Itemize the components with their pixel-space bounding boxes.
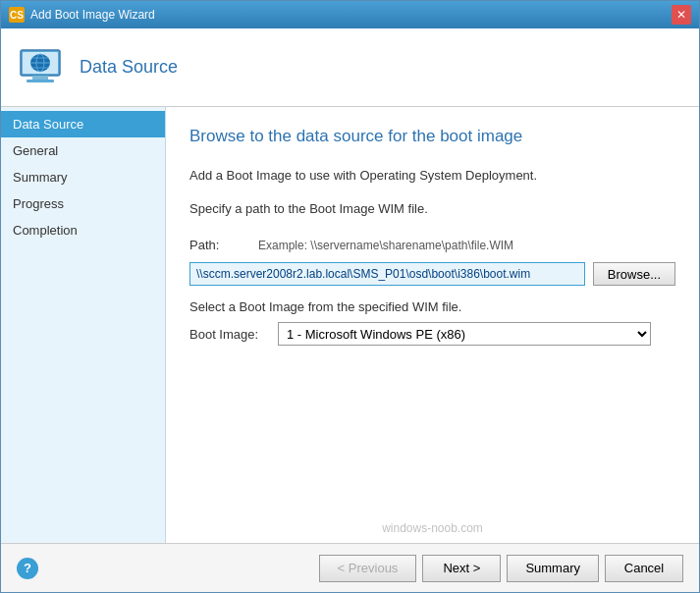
main-content: Browse to the data source for the boot i… [166,107,699,543]
sidebar-item-summary[interactable]: Summary [1,164,165,190]
wizard-window: CS Add Boot Image Wizard ✕ Data Source D… [0,0,700,593]
header-computer-icon [17,44,64,91]
sidebar: Data Source General Summary Progress Com… [1,107,166,543]
description-1: Add a Boot Image to use with Operating S… [189,166,675,186]
path-example: Example: \\servername\sharename\path\fil… [258,239,513,252]
boot-image-label: Boot Image: [189,327,268,342]
previous-button[interactable]: < Previous [319,555,417,582]
help-button[interactable]: ? [17,558,38,579]
content-area: Data Source General Summary Progress Com… [1,107,699,543]
boot-image-select[interactable]: 1 - Microsoft Windows PE (x86) [278,322,651,346]
path-label: Path: [189,238,248,252]
sidebar-item-completion[interactable]: Completion [1,217,165,243]
watermark: windows-noob.com [382,521,483,535]
summary-button[interactable]: Summary [507,555,599,582]
window-title: Add Boot Image Wizard [30,8,155,22]
close-button[interactable]: ✕ [672,5,691,25]
field-section: Path: Example: \\servername\sharename\pa… [189,238,675,346]
svg-rect-2 [32,76,48,80]
header-section: Data Source [1,28,699,107]
svg-rect-3 [27,80,54,82]
header-title: Data Source [80,57,178,78]
next-button[interactable]: Next > [422,555,501,582]
browse-button[interactable]: Browse... [593,262,675,286]
path-label-row: Path: Example: \\servername\sharename\pa… [189,238,675,252]
cancel-button[interactable]: Cancel [605,555,683,582]
path-input[interactable] [189,262,585,286]
footer-buttons: < Previous Next > Summary Cancel [319,555,683,582]
sidebar-item-progress[interactable]: Progress [1,190,165,217]
app-icon: CS [9,7,25,23]
title-bar-left: CS Add Boot Image Wizard [9,7,155,23]
boot-image-row: Boot Image: 1 - Microsoft Windows PE (x8… [189,322,675,346]
footer-left: ? [17,558,38,579]
select-boot-image-label: Select a Boot Image from the specified W… [189,299,675,314]
path-input-row: Browse... [189,262,675,286]
main-title: Browse to the data source for the boot i… [189,127,675,146]
sidebar-item-general[interactable]: General [1,137,165,164]
title-bar: CS Add Boot Image Wizard ✕ [1,1,699,28]
description-2: Specify a path to the Boot Image WIM fil… [189,199,675,219]
sidebar-item-data-source[interactable]: Data Source [1,111,165,137]
footer: ? < Previous Next > Summary Cancel [1,543,699,592]
